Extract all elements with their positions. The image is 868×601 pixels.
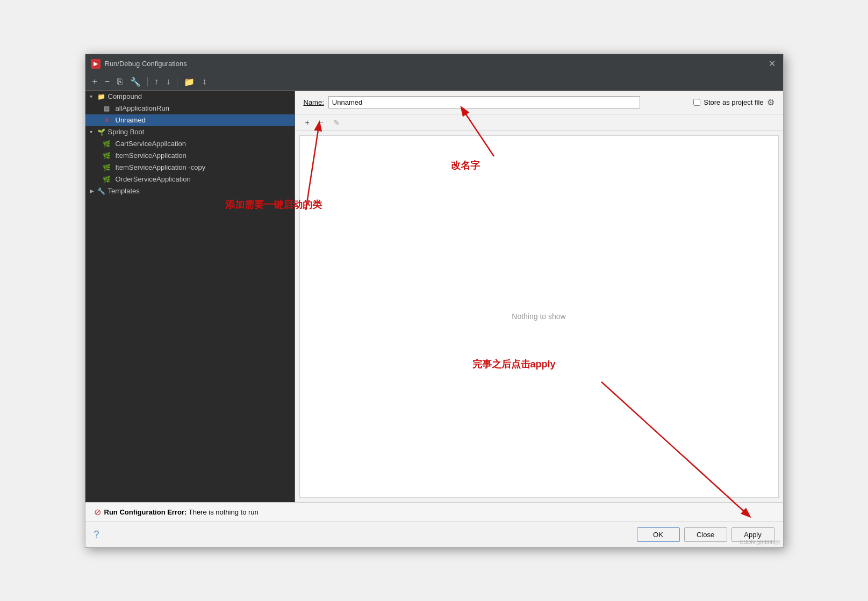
tree-label-item-copy: ItemServiceApplication -copy [116, 163, 206, 171]
right-panel: Name: Store as project file ⚙ + − ✎ Noth… [295, 91, 783, 502]
settings-button[interactable]: 🔧 [127, 76, 144, 88]
run-icon-order: 🌿 [103, 175, 111, 184]
run-debug-dialog: ▶ Run/Debug Configurations ✕ + − ⎘ 🔧 ↑ ↓… [85, 54, 784, 548]
add-config-button[interactable]: + [90, 76, 100, 88]
sort-button[interactable]: ↕ [199, 76, 209, 88]
tree-label-item: ItemServiceApplication [116, 151, 186, 160]
help-button[interactable]: ? [94, 529, 99, 540]
title-bar: ▶ Run/Debug Configurations ✕ [85, 54, 783, 74]
main-toolbar: + − ⎘ 🔧 ↑ ↓ 📁 ↕ [85, 74, 783, 91]
move-up-button[interactable]: ↑ [152, 76, 161, 88]
toolbar-separator-2 [177, 77, 177, 86]
error-bold: Run Configuration Error: [104, 508, 187, 516]
expand-arrow-templates: ▶ [90, 188, 97, 194]
tree-label-order: OrderServiceApplication [116, 175, 191, 183]
wrench-icon-templates: 🔧 [97, 187, 106, 195]
dialog-title: Run/Debug Configurations [105, 60, 766, 68]
tree-label-cart: CartServiceApplication [116, 140, 186, 148]
compound-run-icon: ▦ [103, 104, 111, 113]
run-icon-item: 🌿 [103, 151, 111, 160]
tree-label-allApplicationRun: allApplicationRun [116, 104, 169, 112]
copy-config-button[interactable]: ⎘ [114, 76, 125, 88]
compound-add-button[interactable]: + [302, 117, 313, 128]
expand-arrow-compound: ▾ [90, 93, 97, 99]
tree-label-spring-boot: Spring Boot [108, 128, 145, 136]
tree-item-item[interactable]: 🌿 ItemServiceApplication [85, 150, 295, 162]
close-window-button[interactable]: ✕ [766, 59, 778, 69]
tree-item-templates[interactable]: ▶ 🔧 Templates [85, 185, 295, 197]
compound-toolbar: + − ✎ [295, 114, 783, 131]
tree-label-compound: Compound [108, 92, 142, 100]
tree-item-allApplicationRun[interactable]: ▦ allApplicationRun [85, 103, 295, 114]
folder-icon-compound: 📁 [97, 92, 106, 101]
compound-content-area: Nothing to show [299, 135, 779, 498]
store-label: Store as project file [704, 98, 763, 106]
main-content: ▾ 📁 Compound ▦ allApplicationRun ✕ Unnam… [85, 91, 783, 502]
ok-button[interactable]: OK [637, 527, 680, 542]
toolbar-separator-1 [147, 77, 148, 86]
store-project-checkbox[interactable] [693, 99, 700, 106]
compound-edit-button[interactable]: ✎ [329, 117, 343, 128]
apply-button[interactable]: Apply [731, 527, 774, 542]
tree-item-cart[interactable]: 🌿 CartServiceApplication [85, 138, 295, 150]
expand-arrow-spring: ▾ [90, 129, 97, 135]
name-label: Name: [304, 98, 324, 106]
name-row: Name: Store as project file ⚙ [295, 91, 783, 114]
error-icon-unnamed: ✕ [103, 116, 111, 125]
error-detail: There is nothing to run [186, 508, 258, 516]
folder-button[interactable]: 📁 [181, 76, 197, 88]
tree-item-compound[interactable]: ▾ 📁 Compound [85, 91, 295, 103]
spring-icon: 🌱 [97, 128, 106, 136]
tree-item-item-copy[interactable]: 🌿 ItemServiceApplication -copy [85, 162, 295, 173]
store-checkbox-area: Store as project file ⚙ [693, 97, 774, 107]
compound-remove-button[interactable]: − [315, 117, 327, 128]
bottom-area: ⊘ Run Configuration Error: There is noth… [85, 502, 783, 547]
run-icon-cart: 🌿 [103, 140, 111, 148]
error-text: Run Configuration Error: There is nothin… [104, 508, 259, 516]
button-row: ? OK Close Apply [85, 522, 783, 547]
run-icon-item-copy: 🌿 [103, 163, 111, 172]
tree-item-order[interactable]: 🌿 OrderServiceApplication [85, 173, 295, 185]
error-circle-icon: ⊘ [94, 507, 101, 517]
config-tree: ▾ 📁 Compound ▦ allApplicationRun ✕ Unnam… [85, 91, 295, 502]
name-input[interactable] [328, 96, 640, 108]
nothing-to-show-label: Nothing to show [512, 312, 565, 321]
tree-item-spring-boot[interactable]: ▾ 🌱 Spring Boot [85, 126, 295, 138]
error-bar: ⊘ Run Configuration Error: There is noth… [85, 503, 783, 522]
gear-button[interactable]: ⚙ [767, 97, 774, 107]
remove-config-button[interactable]: − [102, 76, 112, 88]
close-button[interactable]: Close [684, 527, 727, 542]
tree-label-unnamed: Unnamed [116, 116, 146, 124]
tree-item-unnamed[interactable]: ✕ Unnamed [85, 114, 295, 126]
tree-label-templates: Templates [108, 187, 140, 195]
move-down-button[interactable]: ↓ [163, 76, 173, 88]
app-icon: ▶ [91, 59, 101, 69]
